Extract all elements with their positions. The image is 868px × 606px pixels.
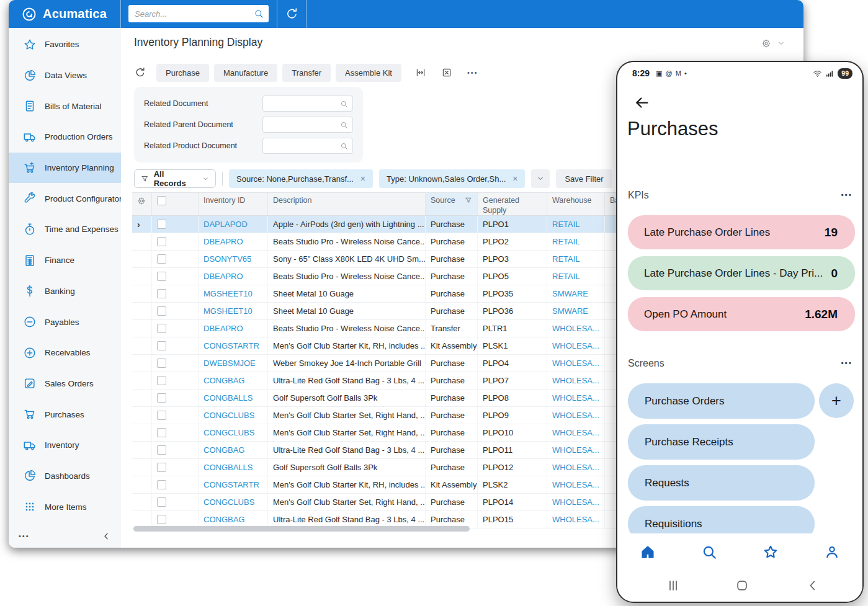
screen-pill[interactable]: Purchase Receipts	[628, 424, 815, 460]
row-select-cell[interactable]	[152, 494, 199, 510]
horizontal-scrollbar-thumb[interactable]	[133, 526, 470, 532]
kpi-pill[interactable]: Late Purchase Order Lines 19	[628, 215, 855, 249]
chip-close-icon[interactable]: ×	[360, 174, 365, 183]
save-filter-button[interactable]: Save Filter	[556, 169, 612, 188]
inventory-id-link[interactable]: CONGBALLS	[204, 393, 253, 403]
recents-icon[interactable]	[666, 579, 680, 592]
warehouse-link[interactable]: RETAIL	[552, 272, 580, 281]
inventory-id-link[interactable]: DWEBSMJOE	[204, 359, 256, 368]
row-checkbox[interactable]	[157, 411, 166, 420]
inventory-id-link[interactable]: CONGBAG	[204, 445, 244, 455]
row-checkbox[interactable]	[157, 463, 166, 472]
search-input[interactable]	[133, 9, 254, 19]
inventory-id-link[interactable]: CONGCLUBS	[204, 497, 254, 507]
row-checkbox[interactable]	[157, 497, 166, 507]
row-expander-cell[interactable]: ›	[132, 390, 152, 406]
row-expander-cell[interactable]: ›	[132, 251, 152, 267]
sidebar-item[interactable]: Product Configurator	[9, 183, 121, 214]
warehouse-link[interactable]: WHOLESA...	[552, 324, 599, 333]
row-expander-cell[interactable]: ›	[132, 494, 152, 510]
toolbar-action-button[interactable]: Transfer	[282, 64, 331, 82]
row-checkbox[interactable]	[157, 480, 166, 489]
add-screen-button[interactable]: +	[819, 383, 854, 418]
row-expander-cell[interactable]: ›	[132, 476, 152, 493]
column-header-warehouse[interactable]: Warehouse	[547, 193, 605, 215]
row-select-cell[interactable]	[152, 251, 199, 267]
lookup-magnifier-icon[interactable]	[340, 100, 348, 108]
warehouse-link[interactable]: RETAIL	[552, 220, 580, 229]
inventory-id-link[interactable]: CONGCLUBS	[204, 428, 254, 437]
inventory-id-link[interactable]: CONGBALLS	[204, 463, 253, 472]
inventory-id-link[interactable]: DAPLAPOD	[204, 220, 248, 229]
row-expander-cell[interactable]: ›	[132, 216, 152, 233]
toolbar-refresh-icon[interactable]	[134, 66, 146, 79]
sidebar-collapse-icon[interactable]	[102, 532, 111, 541]
row-select-cell[interactable]	[152, 407, 199, 424]
row-checkbox[interactable]	[157, 306, 166, 316]
row-select-cell[interactable]	[152, 320, 199, 337]
lookup-magnifier-icon[interactable]	[340, 121, 348, 129]
toolbar-more-icon[interactable]: •••	[467, 69, 478, 76]
row-checkbox[interactable]	[157, 376, 166, 385]
sidebar-item[interactable]: Production Orders	[9, 122, 121, 153]
warehouse-link[interactable]: WHOLESA...	[552, 515, 599, 524]
warehouse-link[interactable]: WHOLESA...	[552, 359, 599, 368]
inventory-id-link[interactable]: DBEAPRO	[204, 237, 243, 246]
warehouse-link[interactable]: WHOLESA...	[552, 428, 599, 437]
filter-chip[interactable]: Type: Unknown,Sales Order,Sh... ×	[379, 169, 525, 188]
search-icon[interactable]	[254, 9, 264, 19]
column-filter-funnel-icon[interactable]	[465, 197, 472, 204]
row-select-cell[interactable]	[152, 442, 199, 458]
toolbar-action-button[interactable]: Purchase	[156, 64, 209, 82]
kpis-more-icon[interactable]: •••	[841, 192, 852, 199]
row-checkbox[interactable]	[157, 359, 166, 368]
sidebar-item[interactable]: Favorites	[9, 29, 121, 60]
warehouse-link[interactable]: WHOLESA...	[552, 497, 599, 507]
sidebar-item[interactable]: Time and Expenses	[9, 214, 121, 245]
inventory-id-link[interactable]: CONGSTARTR	[204, 480, 259, 489]
sidebar-item[interactable]: Finance	[9, 245, 121, 276]
row-expander-cell[interactable]: ›	[132, 268, 152, 285]
row-expander-cell[interactable]: ›	[132, 303, 152, 319]
inventory-id-link[interactable]: CONGSTARTR	[204, 341, 259, 350]
column-settings-cell[interactable]	[132, 193, 152, 215]
kpi-pill[interactable]: Late Purchase Order Lines - Day Pri... 0	[628, 256, 855, 290]
row-checkbox[interactable]	[157, 515, 166, 524]
row-expander-cell[interactable]: ›	[132, 355, 152, 372]
screen-pill[interactable]: Requests	[628, 465, 815, 501]
filter-lookup-input[interactable]	[267, 141, 340, 151]
inventory-id-link[interactable]: MGSHEET10	[204, 289, 253, 298]
phone-nav-icon[interactable]	[824, 544, 840, 560]
warehouse-link[interactable]: WHOLESA...	[552, 393, 599, 403]
row-expander-cell[interactable]: ›	[132, 372, 152, 389]
row-checkbox[interactable]	[157, 272, 166, 281]
row-select-cell[interactable]	[152, 268, 199, 285]
row-checkbox[interactable]	[157, 341, 166, 350]
inventory-id-link[interactable]: CONGCLUBS	[204, 411, 254, 420]
sidebar-item[interactable]: Inventory Planning	[9, 153, 121, 184]
warehouse-link[interactable]: WHOLESA...	[552, 376, 599, 385]
android-back-icon[interactable]	[806, 579, 820, 592]
row-select-cell[interactable]	[152, 459, 199, 476]
sidebar-item[interactable]: Receivables	[9, 337, 121, 368]
phone-nav-icon[interactable]	[640, 544, 656, 560]
warehouse-link[interactable]: WHOLESA...	[552, 480, 599, 489]
sidebar-item[interactable]: Purchases	[9, 399, 121, 430]
row-expander-cell[interactable]: ›	[132, 407, 152, 424]
toolbar-action-button[interactable]: Manufacture	[214, 64, 277, 82]
row-expander-cell[interactable]: ›	[132, 424, 152, 441]
page-settings-gear-icon[interactable]	[761, 38, 771, 48]
row-checkbox[interactable]	[157, 428, 166, 437]
warehouse-link[interactable]: RETAIL	[552, 237, 580, 246]
lookup-magnifier-icon[interactable]	[340, 142, 348, 150]
row-expander-cell[interactable]: ›	[132, 442, 152, 458]
inventory-id-link[interactable]: CONGBAG	[204, 376, 244, 385]
row-expander-cell[interactable]: ›	[132, 337, 152, 354]
row-checkbox[interactable]	[157, 324, 166, 333]
sidebar-item[interactable]: Bills of Material	[9, 91, 121, 122]
row-select-cell[interactable]	[152, 476, 199, 493]
row-checkbox[interactable]	[157, 254, 166, 264]
column-header-source[interactable]: Source	[426, 193, 478, 215]
kpi-pill[interactable]: Open PO Amount 1.62M	[628, 297, 855, 331]
sidebar-item[interactable]: Banking	[9, 276, 121, 307]
